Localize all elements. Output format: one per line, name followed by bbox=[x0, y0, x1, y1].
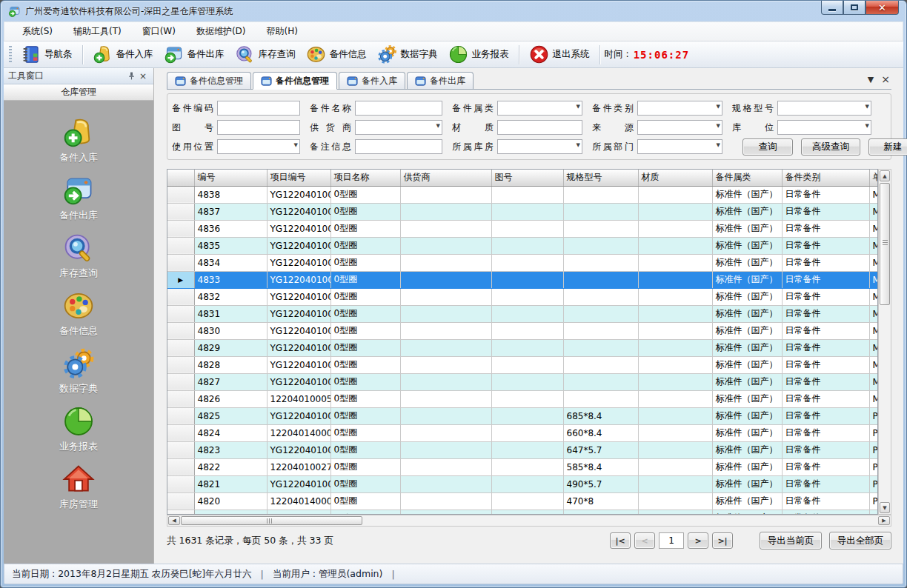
scroll-up-icon[interactable]: ▲ bbox=[880, 170, 890, 181]
toolbar-grip[interactable] bbox=[9, 46, 12, 64]
menu-window[interactable]: 窗口(W) bbox=[132, 21, 186, 41]
tab-spare-info-manage-2[interactable]: 备件信息管理 bbox=[253, 72, 337, 90]
column-header[interactable]: 项目名称 bbox=[330, 170, 400, 186]
tab-spare-info-manage-1[interactable]: 备件信息管理 bbox=[167, 72, 251, 89]
table-row[interactable]: 4828YG122040100830型圈标准件（国产）日常备件M bbox=[167, 356, 878, 373]
scroll-left-icon[interactable]: ◀ bbox=[168, 516, 180, 525]
row-selector[interactable] bbox=[167, 220, 194, 237]
spec-model-select[interactable]: ▼ bbox=[777, 101, 871, 116]
row-selector[interactable] bbox=[167, 441, 194, 458]
sidebar-item-inventory-search[interactable]: 库存查询 bbox=[23, 227, 134, 284]
table-row[interactable]: 0型圈标准件（国产）日常备件 bbox=[167, 510, 878, 515]
export-current-page-button[interactable]: 导出当前页 bbox=[760, 532, 822, 549]
toolbar-exit-system[interactable]: 退出系统 bbox=[524, 42, 595, 67]
menu-data-maintain[interactable]: 数据维护(D) bbox=[186, 21, 256, 41]
row-selector[interactable] bbox=[167, 203, 194, 220]
last-page-button[interactable]: >| bbox=[712, 532, 733, 549]
warehouse-select[interactable]: ▼ bbox=[497, 139, 582, 154]
toolbar-spare-info[interactable]: 备件信息 bbox=[301, 42, 372, 67]
toolbar-data-dictionary[interactable]: 数据字典 bbox=[372, 42, 443, 67]
column-header[interactable]: 单位 bbox=[869, 170, 878, 186]
tab-spare-out[interactable]: 备件出库 bbox=[407, 72, 474, 89]
table-row[interactable]: 4838YG122040100930型圈标准件（国产）日常备件M bbox=[167, 186, 878, 203]
table-row[interactable]: 482412204014000120型圈660*8.4标准件（国产）日常备件PC bbox=[167, 424, 878, 441]
row-selector[interactable] bbox=[167, 356, 194, 373]
table-row[interactable]: 4831YG122040100860型圈标准件（国产）日常备件M bbox=[167, 305, 878, 322]
table-row[interactable]: 482612204010005990型圈标准件（国产）日常备件M bbox=[167, 390, 878, 407]
row-selector[interactable] bbox=[167, 254, 194, 271]
column-header[interactable]: 材质 bbox=[638, 170, 712, 186]
table-row[interactable]: 4825YG122040100810型圈685*8.4标准件（国产）日常备件PC bbox=[167, 407, 878, 424]
row-selector[interactable] bbox=[167, 373, 194, 390]
department-select[interactable]: ▼ bbox=[637, 139, 722, 154]
column-header[interactable]: 供货商 bbox=[400, 170, 491, 186]
part-type-select[interactable]: ▼ bbox=[637, 101, 722, 116]
table-row[interactable]: 4821YG122040100790型圈490*5.7标准件（国产）日常备件PC bbox=[167, 475, 878, 492]
row-selector[interactable] bbox=[167, 237, 194, 254]
vertical-scrollbar[interactable]: ▲ ▼ bbox=[878, 169, 891, 515]
dock-close-button[interactable]: × bbox=[137, 70, 149, 82]
column-header[interactable]: 备件类别 bbox=[782, 170, 869, 186]
sidebar-item-spare-info[interactable]: 备件信息 bbox=[23, 284, 134, 342]
table-row[interactable]: ▶4833YG122040100880型圈标准件（国产）日常备件M bbox=[167, 271, 878, 288]
sidebar-item-spare-out[interactable]: 备件出库 bbox=[23, 169, 134, 227]
title-bar[interactable]: 广州爱奇迪软件科技有限公司-深田之星仓库管理系统 ✕ bbox=[4, 1, 903, 21]
toolbar-nav-bar[interactable]: 导航条 bbox=[16, 42, 78, 67]
toolbar-spare-in[interactable]: 备件入库 bbox=[87, 42, 159, 67]
table-row[interactable]: 4832YG122040100870型圈标准件（国产）日常备件M bbox=[167, 288, 878, 305]
row-selector[interactable] bbox=[167, 339, 194, 356]
menu-aux-tools[interactable]: 辅助工具(T) bbox=[63, 21, 132, 41]
sidebar-group-header[interactable]: 仓库管理 bbox=[4, 84, 153, 101]
advanced-search-button[interactable]: 高级查询 bbox=[801, 138, 860, 156]
pin-button[interactable] bbox=[125, 70, 137, 82]
menu-help[interactable]: 帮助(H) bbox=[256, 21, 308, 41]
row-selector[interactable]: ▶ bbox=[167, 271, 194, 288]
row-selector[interactable] bbox=[167, 492, 194, 510]
first-page-button[interactable]: |< bbox=[610, 532, 631, 549]
minimize-button[interactable] bbox=[821, 1, 843, 15]
toolbar-spare-out[interactable]: 备件出库 bbox=[159, 42, 230, 67]
horizontal-scroll-thumb[interactable] bbox=[181, 516, 362, 525]
column-header[interactable]: 项目编号 bbox=[267, 170, 330, 186]
table-row[interactable]: 4835YG122040100900型圈标准件（国产）日常备件M bbox=[167, 237, 878, 254]
bin-location-select[interactable]: ▼ bbox=[777, 120, 871, 135]
column-header[interactable]: 编号 bbox=[194, 170, 267, 186]
material-input[interactable] bbox=[497, 120, 582, 135]
table-row[interactable]: 4830YG122040100850型圈标准件（国产）日常备件M bbox=[167, 322, 878, 339]
sidebar-item-spare-in[interactable]: 备件入库 bbox=[23, 111, 134, 169]
table-row[interactable]: 4827YG122040100820型圈标准件（国产）日常备件M bbox=[167, 373, 878, 390]
drawing-no-input[interactable] bbox=[217, 120, 300, 135]
new-button[interactable]: 新建 bbox=[868, 138, 907, 156]
export-all-pages-button[interactable]: 导出全部页 bbox=[829, 532, 891, 549]
remark-input[interactable] bbox=[355, 139, 442, 154]
toolbar-business-report[interactable]: 业务报表 bbox=[443, 42, 514, 67]
row-selector[interactable] bbox=[167, 458, 194, 475]
scroll-down-icon[interactable]: ▼ bbox=[880, 502, 890, 513]
close-button[interactable]: ✕ bbox=[866, 1, 899, 15]
table-row[interactable]: 482212204010027000型圈585*8.4标准件（国产）日常备件PC bbox=[167, 458, 878, 475]
source-select[interactable]: ▼ bbox=[637, 120, 722, 135]
toolbar-inventory-search[interactable]: 库存查询 bbox=[230, 42, 301, 67]
prev-page-button[interactable]: < bbox=[634, 532, 655, 549]
menu-system[interactable]: 系统(S) bbox=[12, 21, 63, 41]
row-selector[interactable] bbox=[167, 510, 194, 515]
row-selector[interactable] bbox=[167, 322, 194, 339]
row-selector[interactable] bbox=[167, 305, 194, 322]
next-page-button[interactable]: > bbox=[688, 532, 708, 549]
sidebar-item-business-report[interactable]: 业务报表 bbox=[23, 400, 134, 458]
row-selector[interactable] bbox=[167, 390, 194, 407]
table-row[interactable]: 4836YG122040100910型圈标准件（国产）日常备件M bbox=[167, 220, 878, 237]
column-header[interactable]: 图号 bbox=[491, 170, 563, 186]
scroll-right-icon[interactable]: ▶ bbox=[878, 516, 890, 525]
tab-spare-in[interactable]: 备件入库 bbox=[339, 72, 405, 89]
search-button[interactable]: 查询 bbox=[742, 138, 793, 156]
part-name-input[interactable] bbox=[355, 101, 442, 116]
table-row[interactable]: 4837YG122040100920型圈标准件（国产）日常备件M bbox=[167, 203, 878, 220]
table-row[interactable]: 4823YG122040100800型圈647*5.7标准件（国产）日常备件PC bbox=[167, 441, 878, 458]
table-row[interactable]: 482012204014000130型圈470*8标准件（国产）日常备件PC bbox=[167, 492, 878, 510]
horizontal-scrollbar[interactable]: ◀ ▶ bbox=[167, 515, 891, 527]
sidebar-item-data-dictionary[interactable]: 数据字典 bbox=[23, 342, 134, 400]
row-selector[interactable] bbox=[167, 407, 194, 424]
part-code-input[interactable] bbox=[217, 101, 300, 116]
tab-close-button[interactable]: × bbox=[881, 74, 890, 84]
